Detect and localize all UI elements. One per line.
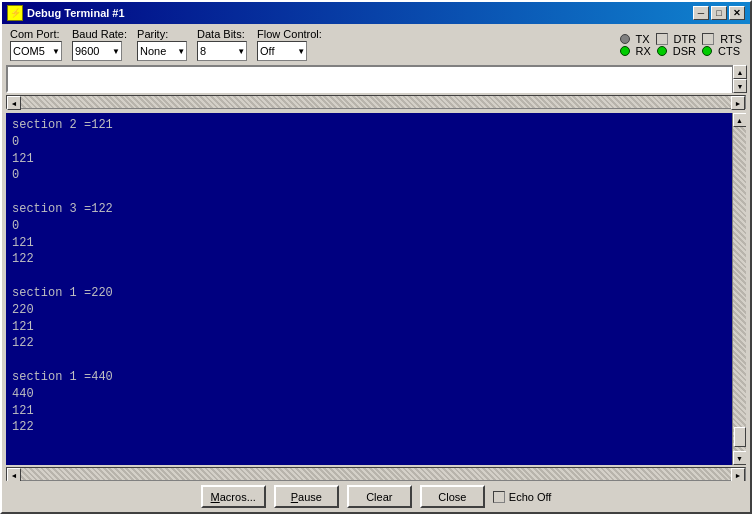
input-scroll-up-button[interactable]: ▲ xyxy=(733,65,747,79)
main-window: ⚡ Debug Terminal #1 ─ □ ✕ Com Port: COM5… xyxy=(0,0,752,514)
input-area: ▲ ▼ xyxy=(6,65,746,93)
pause-button[interactable]: Pause xyxy=(274,485,339,508)
parity-group: Parity: None ▼ xyxy=(137,28,187,61)
terminal-hscrollbar: ◄ ► xyxy=(6,467,746,481)
clear-label: Clear xyxy=(366,491,392,503)
status-panel: TX DTR RTS RX DSR CTS xyxy=(620,33,742,57)
com-port-label: Com Port: xyxy=(10,28,60,40)
terminal-wrapper: section 2 =121 0 121 0 section 3 =122 0 … xyxy=(6,113,746,465)
echo-off-label: Echo Off xyxy=(509,491,552,503)
rx-label: RX xyxy=(636,45,651,57)
data-bits-select[interactable]: 8 xyxy=(197,41,247,61)
clear-button[interactable]: Clear xyxy=(347,485,412,508)
data-bits-label: Data Bits: xyxy=(197,28,245,40)
terminal-output[interactable]: section 2 =121 0 121 0 section 3 =122 0 … xyxy=(6,113,732,465)
dtr-label: DTR xyxy=(674,33,697,45)
data-bits-group: Data Bits: 8 ▼ xyxy=(197,28,247,61)
title-bar-left: ⚡ Debug Terminal #1 xyxy=(7,5,125,21)
input-hscrollbar: ◄ ► xyxy=(6,95,746,109)
parity-select[interactable]: None xyxy=(137,41,187,61)
flow-control-wrapper: Off ▼ xyxy=(257,41,307,61)
tx-label: TX xyxy=(636,33,650,45)
com-port-group: Com Port: COM5 ▼ xyxy=(10,28,62,61)
title-buttons: ─ □ ✕ xyxy=(693,6,745,20)
status-row-top: TX DTR RTS xyxy=(620,33,742,45)
rts-label: RTS xyxy=(720,33,742,45)
tx-led xyxy=(620,34,630,44)
cts-led xyxy=(702,46,712,56)
window-icon: ⚡ xyxy=(7,5,23,21)
close-window-button[interactable]: ✕ xyxy=(729,6,745,20)
baud-rate-wrapper: 9600 ▼ xyxy=(72,41,122,61)
maximize-button[interactable]: □ xyxy=(711,6,727,20)
echo-group: Echo Off xyxy=(493,491,552,503)
bottom-bar: Macros... Pause Clear Close Echo Off xyxy=(2,481,750,512)
com-port-select[interactable]: COM5 xyxy=(10,41,62,61)
status-row-bottom: RX DSR CTS xyxy=(620,45,742,57)
terminal-hscroll-left-button[interactable]: ◄ xyxy=(7,468,21,482)
parity-label: Parity: xyxy=(137,28,168,40)
dsr-led xyxy=(657,46,667,56)
macros-label: Macros... xyxy=(211,491,256,503)
flow-control-select[interactable]: Off xyxy=(257,41,307,61)
input-vscrollbar: ▲ ▼ xyxy=(732,65,746,93)
dsr-label: DSR xyxy=(673,45,696,57)
terminal-scroll-track xyxy=(733,127,747,451)
window-title: Debug Terminal #1 xyxy=(27,7,125,19)
terminal-scroll-thumb[interactable] xyxy=(734,427,746,447)
com-port-wrapper: COM5 ▼ xyxy=(10,41,62,61)
title-bar: ⚡ Debug Terminal #1 ─ □ ✕ xyxy=(2,2,750,24)
rx-led xyxy=(620,46,630,56)
rts-checkbox[interactable] xyxy=(702,33,714,45)
baud-rate-label: Baud Rate: xyxy=(72,28,127,40)
baud-rate-group: Baud Rate: 9600 ▼ xyxy=(72,28,127,61)
terminal-scroll-down-button[interactable]: ▼ xyxy=(733,451,747,465)
cts-label: CTS xyxy=(718,45,740,57)
close-label: Close xyxy=(438,491,466,503)
parity-wrapper: None ▼ xyxy=(137,41,187,61)
input-hscroll-right-button[interactable]: ► xyxy=(731,96,745,110)
terminal-scroll-up-button[interactable]: ▲ xyxy=(733,113,747,127)
input-scroll-down-button[interactable]: ▼ xyxy=(733,79,747,93)
pause-label: Pause xyxy=(291,491,322,503)
dtr-checkbox[interactable] xyxy=(656,33,668,45)
baud-rate-select[interactable]: 9600 xyxy=(72,41,122,61)
input-hscroll-left-button[interactable]: ◄ xyxy=(7,96,21,110)
command-input[interactable] xyxy=(6,65,746,93)
data-bits-wrapper: 8 ▼ xyxy=(197,41,247,61)
minimize-button[interactable]: ─ xyxy=(693,6,709,20)
macros-button[interactable]: Macros... xyxy=(201,485,266,508)
terminal-hscroll-track xyxy=(21,468,731,480)
flow-control-group: Flow Control: Off ▼ xyxy=(257,28,322,61)
close-button[interactable]: Close xyxy=(420,485,485,508)
toolbar: Com Port: COM5 ▼ Baud Rate: 9600 ▼ Parit… xyxy=(2,24,750,65)
terminal-hscroll-right-button[interactable]: ► xyxy=(731,468,745,482)
flow-control-label: Flow Control: xyxy=(257,28,322,40)
input-hscroll-track xyxy=(21,96,731,108)
terminal-vscrollbar: ▲ ▼ xyxy=(732,113,746,465)
echo-off-checkbox[interactable] xyxy=(493,491,505,503)
